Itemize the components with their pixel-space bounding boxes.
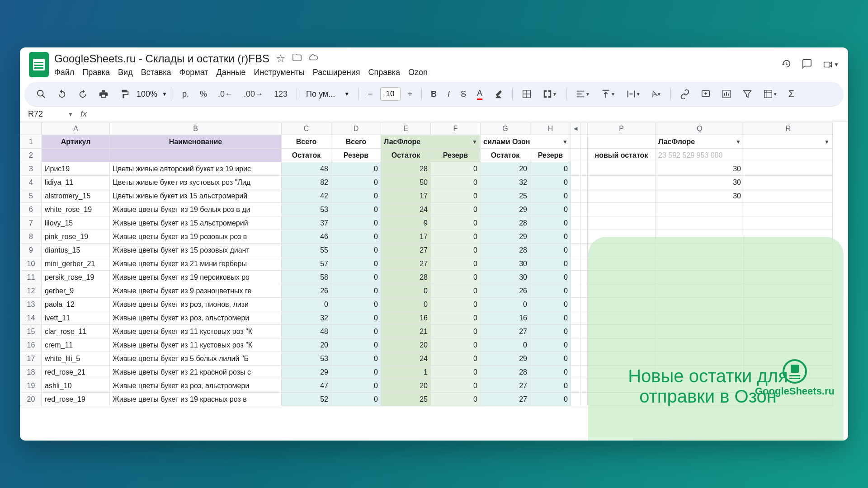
cell[interactable] xyxy=(656,257,744,271)
cell[interactable]: 27 xyxy=(381,244,431,257)
cell[interactable] xyxy=(656,284,744,298)
col-header[interactable]: H xyxy=(530,122,571,135)
cell[interactable] xyxy=(571,203,580,216)
row-header[interactable]: 16 xyxy=(20,338,42,352)
cell[interactable] xyxy=(656,393,744,406)
cell[interactable]: 0 xyxy=(331,311,381,325)
menu-file[interactable]: Файл xyxy=(54,68,74,77)
fill-color-icon[interactable] xyxy=(490,86,507,102)
cell[interactable]: 0 xyxy=(431,203,481,216)
cell[interactable]: lidiya_11 xyxy=(42,176,110,189)
cell[interactable]: 28 xyxy=(381,271,431,284)
row-header[interactable]: 6 xyxy=(20,203,42,216)
menu-extensions[interactable]: Расширения xyxy=(313,68,360,77)
cell[interactable] xyxy=(744,189,833,203)
col-header[interactable]: E xyxy=(381,122,431,135)
cell[interactable]: 0 xyxy=(431,244,481,257)
col-header[interactable]: F xyxy=(431,122,481,135)
cell[interactable]: 0 xyxy=(530,216,571,230)
cell[interactable]: 30 xyxy=(656,176,744,189)
percent-button[interactable]: % xyxy=(196,87,211,102)
cell[interactable]: 0 xyxy=(530,366,571,379)
cell[interactable] xyxy=(571,216,580,230)
cell[interactable]: 0 xyxy=(331,298,381,311)
number-format-button[interactable]: 123 xyxy=(270,87,291,102)
cell[interactable]: 0 xyxy=(431,366,481,379)
table-row[interactable]: 3 Ирис19 Цветы живые авторский букет из … xyxy=(20,162,833,176)
dropdown-cell[interactable]: ЛасФлоре▼ xyxy=(381,135,481,149)
meet-icon[interactable]: ▼ xyxy=(823,60,839,70)
cell[interactable] xyxy=(656,338,744,352)
table-row[interactable]: 4 lidiya_11 Цветы живые букет из кустовы… xyxy=(20,176,833,189)
cell[interactable] xyxy=(588,176,656,189)
cell[interactable]: Остаток xyxy=(381,149,431,162)
currency-button[interactable]: р. xyxy=(179,87,193,102)
merge-cells-icon[interactable]: ▼ xyxy=(539,86,561,102)
cell[interactable] xyxy=(580,162,588,176)
cell[interactable]: Цветы живые букет из кустовых роз "Лид xyxy=(110,176,282,189)
cell[interactable] xyxy=(571,135,580,149)
table-row[interactable]: 14 ivett_11 Живые цветы букет из роз, ал… xyxy=(20,311,833,325)
cell[interactable] xyxy=(588,325,656,338)
menu-ozon[interactable]: Ozon xyxy=(408,68,428,77)
cell[interactable]: 53 xyxy=(282,203,331,216)
functions-icon[interactable]: Σ xyxy=(785,85,798,103)
cell[interactable]: white_rose_19 xyxy=(42,203,110,216)
cell[interactable]: 0 xyxy=(530,176,571,189)
cell[interactable]: 0 xyxy=(481,298,530,311)
cell[interactable] xyxy=(571,189,580,203)
cell[interactable]: 0 xyxy=(431,271,481,284)
cell[interactable] xyxy=(744,338,833,352)
cell[interactable]: 58 xyxy=(282,271,331,284)
col-header[interactable]: B xyxy=(110,122,282,135)
cell[interactable] xyxy=(580,135,588,149)
cell[interactable] xyxy=(588,352,656,366)
table-row[interactable]: 6 white_rose_19 Живые цветы букет из 19 … xyxy=(20,203,833,216)
cell[interactable] xyxy=(588,257,656,271)
cell[interactable]: 30 xyxy=(656,162,744,176)
cell[interactable]: alstromery_15 xyxy=(42,189,110,203)
cell[interactable] xyxy=(580,352,588,366)
cell[interactable]: 53 xyxy=(282,352,331,366)
cell[interactable] xyxy=(571,393,580,406)
table-row[interactable]: 8 pink_rose_19 Живые цветы букет из 19 р… xyxy=(20,230,833,244)
cell[interactable]: 26 xyxy=(481,284,530,298)
cell[interactable]: white_lili_5 xyxy=(42,352,110,366)
cell[interactable] xyxy=(744,216,833,230)
move-folder-icon[interactable] xyxy=(292,52,302,65)
cell[interactable]: 0 xyxy=(331,176,381,189)
row-header[interactable]: 1 xyxy=(20,135,42,149)
dropdown-cell[interactable]: силами Озон▼ xyxy=(481,135,571,149)
col-header[interactable]: Q xyxy=(656,122,744,135)
cell[interactable]: Всего xyxy=(282,135,331,149)
link-icon[interactable] xyxy=(676,86,693,102)
cell[interactable] xyxy=(744,298,833,311)
cell[interactable]: 29 xyxy=(481,352,530,366)
cell[interactable]: 0 xyxy=(530,379,571,393)
cell[interactable] xyxy=(656,244,744,257)
cell[interactable]: 82 xyxy=(282,176,331,189)
menu-data[interactable]: Данные xyxy=(217,68,246,77)
decrease-decimal-icon[interactable]: .0← xyxy=(214,87,236,102)
cell[interactable]: 20 xyxy=(381,379,431,393)
cell[interactable]: diantus_15 xyxy=(42,244,110,257)
name-box[interactable]: R72▼ xyxy=(28,109,73,119)
cell[interactable] xyxy=(580,338,588,352)
table-row[interactable]: 19 ashli_10 Живые цветы букет из роз, ал… xyxy=(20,379,833,393)
cell[interactable]: red_rose_19 xyxy=(42,393,110,406)
table-row[interactable]: 10 mini_gerber_21 Живые цветы букет из 2… xyxy=(20,257,833,271)
text-wrap-icon[interactable]: ▼ xyxy=(623,86,644,102)
cell[interactable] xyxy=(744,311,833,325)
cell[interactable]: gerber_9 xyxy=(42,284,110,298)
col-header[interactable]: G xyxy=(481,122,530,135)
cell[interactable]: 0 xyxy=(530,311,571,325)
cell[interactable]: Резерв xyxy=(530,149,571,162)
cell[interactable]: ashli_10 xyxy=(42,379,110,393)
cell[interactable] xyxy=(42,149,110,162)
cell[interactable] xyxy=(571,298,580,311)
cell[interactable]: Живые цветы букет из роз, альстромери xyxy=(110,379,282,393)
menu-format[interactable]: Формат xyxy=(179,68,208,77)
cell[interactable]: 0 xyxy=(431,352,481,366)
cell[interactable]: 0 xyxy=(431,393,481,406)
cell[interactable]: 0 xyxy=(431,189,481,203)
